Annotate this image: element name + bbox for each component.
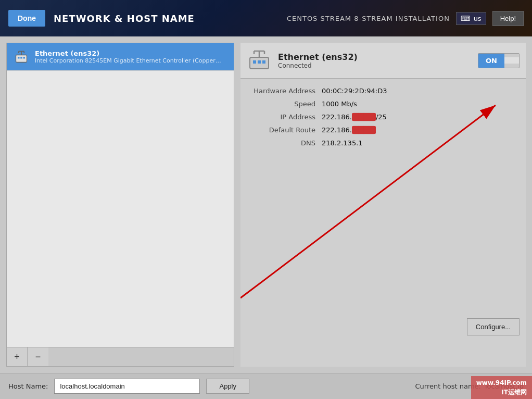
host-name-label: Host Name: [8,382,48,390]
network-item-text: Ethernet (ens32) Intel Corporation 82545… [35,49,222,64]
device-status: Connected [278,62,358,69]
toggle-switch[interactable]: ON [478,53,520,68]
network-list[interactable]: Ethernet (ens32) Intel Corporation 82545… [6,43,234,347]
ethernet-icon [13,48,30,65]
svg-rect-12 [262,60,265,64]
ip-address-row: IP Address 222.186.████/25 [253,113,513,121]
network-item-desc: Intel Corporation 82545EM Gigabit Ethern… [35,57,222,64]
watermark: www.94IP.comIT运维网 [471,376,532,399]
list-item[interactable]: Ethernet (ens32) Intel Corporation 82545… [7,43,234,71]
host-name-input[interactable] [54,379,200,394]
speed-row: Speed 1000 Mb/s [253,100,513,108]
keyboard-icon: ⌨ [461,15,471,22]
default-route-label: Default Route [253,126,315,134]
done-button[interactable]: Done [8,10,45,27]
default-route-row: Default Route 222.186.████ [253,126,513,134]
device-name: Ethernet (ens32) [278,52,358,62]
hardware-address-row: Hardware Address 00:0C:29:2D:94:D3 [253,87,513,95]
add-button[interactable]: + [7,347,28,366]
configure-button[interactable]: Configure... [467,318,520,335]
device-header-left: Ethernet (ens32) Connected [247,48,358,73]
header-left: Done NETWORK & HOST NAME [8,10,195,27]
svg-rect-2 [20,57,22,59]
speed-label: Speed [253,100,315,108]
help-button[interactable]: Help! [492,11,524,26]
speed-value: 1000 Mb/s [322,100,357,108]
device-ethernet-icon [247,48,272,73]
app-title: CENTOS STREAM 8-STREAM INSTALLATION [287,15,450,22]
svg-rect-11 [258,60,261,64]
remove-button[interactable]: − [28,347,48,366]
main-content: Ethernet (ens32) Intel Corporation 82545… [0,36,532,399]
header: Done NETWORK & HOST NAME CENTOS STREAM 8… [0,0,532,36]
hardware-address-value: 00:0C:29:2D:94:D3 [322,87,387,95]
lang-value: us [474,15,482,22]
svg-rect-3 [23,57,26,59]
page-title: NETWORK & HOST NAME [54,13,195,24]
dns-value: 218.2.135.1 [322,139,363,147]
language-selector[interactable]: ⌨ us [456,12,486,25]
dns-row: DNS 218.2.135.1 [253,139,513,147]
svg-rect-1 [18,57,20,59]
hardware-address-label: Hardware Address [253,87,315,95]
header-right: CENTOS STREAM 8-STREAM INSTALLATION ⌨ us… [287,11,524,26]
right-panel: Ethernet (ens32) Connected ON Hardware A… [240,43,526,367]
toggle-off[interactable] [504,57,519,64]
ip-address-value: 222.186.████/25 [322,113,387,121]
toggle-on[interactable]: ON [478,54,504,68]
device-header: Ethernet (ens32) Connected ON [240,43,526,79]
apply-button[interactable]: Apply [206,379,249,394]
list-controls: + − [6,347,234,367]
ip-address-label: IP Address [253,113,315,121]
dns-label: DNS [253,139,315,147]
network-item-name: Ethernet (ens32) [35,49,222,57]
device-info: Ethernet (ens32) Connected [278,52,358,69]
left-panel: Ethernet (ens32) Intel Corporation 82545… [6,43,234,367]
default-route-value: 222.186.████ [322,126,376,134]
svg-rect-10 [253,60,256,64]
bottom-bar: Host Name: Apply Current host name: loca… [0,373,532,399]
content-area: Ethernet (ens32) Intel Corporation 82545… [0,36,532,373]
